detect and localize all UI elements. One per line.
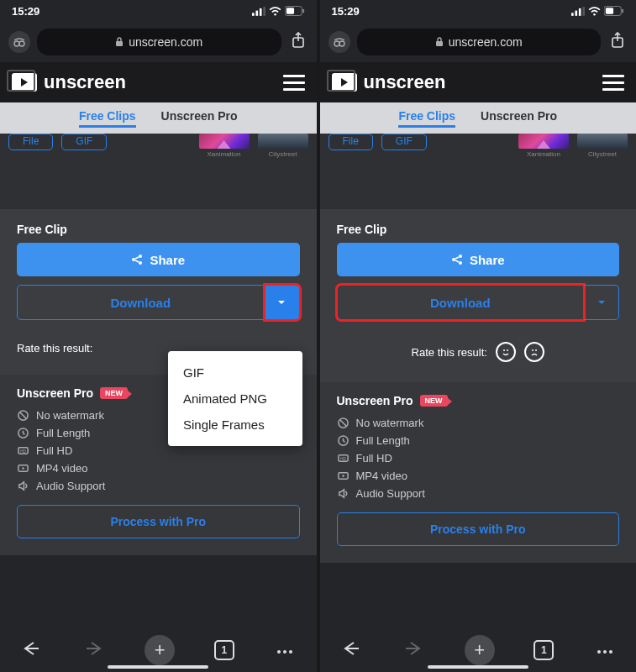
download-button[interactable]: Download — [17, 285, 265, 320]
back-icon[interactable] — [19, 641, 43, 659]
play-rect-icon — [17, 462, 29, 475]
phone-left: 15:29 unscreen.com unscreen Free Clips U… — [0, 0, 317, 672]
chip-file[interactable]: File — [8, 134, 53, 150]
svg-rect-29 — [606, 8, 613, 13]
chip-gif[interactable]: GIF — [61, 134, 107, 150]
back-icon[interactable] — [339, 641, 363, 659]
svg-text:HD: HD — [340, 457, 346, 461]
process-with-pro-button[interactable]: Process with Pro — [17, 505, 300, 538]
feature-full-hd: HDFull HD — [337, 449, 620, 467]
svg-point-20 — [277, 650, 281, 654]
more-icon[interactable] — [273, 643, 297, 658]
share-icon — [451, 254, 463, 265]
chip-row: File GIF Xanimation Citystreet — [0, 134, 317, 167]
pro-panel: Unscreen Pro NEW No watermark Full Lengt… — [320, 382, 637, 563]
tab-unscreen-pro[interactable]: Unscreen Pro — [161, 109, 238, 128]
download-caret-button[interactable] — [584, 285, 619, 320]
clock-icon — [337, 434, 350, 447]
svg-point-12 — [139, 255, 142, 258]
wifi-icon — [269, 7, 281, 16]
rate-sad-icon[interactable] — [524, 342, 544, 362]
svg-point-27 — [593, 13, 596, 15]
hd-icon: HD — [17, 444, 29, 457]
chip-row: File GIF Xanimation Citystreet — [320, 134, 637, 167]
svg-point-9 — [19, 41, 24, 46]
tabs-row: Free Clips Unscreen Pro — [320, 102, 637, 134]
share-button[interactable]: Share — [17, 243, 300, 276]
svg-point-35 — [459, 255, 462, 258]
process-with-pro-button[interactable]: Process with Pro — [337, 512, 620, 546]
feature-mp4: MP4 video — [17, 459, 300, 477]
thumb-citystreet[interactable]: Citystreet — [577, 134, 628, 158]
download-caret-button[interactable] — [265, 285, 300, 320]
share-button[interactable]: Share — [337, 243, 620, 276]
incognito-icon[interactable] — [329, 31, 350, 53]
new-badge: NEW — [420, 395, 448, 407]
share-system-icon[interactable] — [607, 32, 628, 52]
svg-point-22 — [289, 650, 292, 654]
tab-free-clips[interactable]: Free Clips — [398, 109, 455, 128]
tab-free-clips[interactable]: Free Clips — [79, 109, 136, 128]
cellular-icon — [571, 7, 585, 16]
logo-mark-icon — [332, 73, 357, 92]
logo[interactable]: unscreen — [332, 71, 446, 93]
dropdown-item-apng[interactable]: Animated PNG — [183, 386, 287, 412]
feature-audio: Audio Support — [337, 485, 620, 502]
status-time: 15:29 — [12, 5, 39, 18]
svg-rect-33 — [436, 41, 443, 46]
home-indicator[interactable] — [428, 665, 528, 669]
tab-switcher-button[interactable]: 1 — [214, 640, 234, 660]
tab-switcher-button[interactable]: 1 — [534, 640, 554, 660]
hamburger-menu-icon[interactable] — [602, 75, 624, 91]
share-system-icon[interactable] — [288, 32, 308, 52]
incognito-icon[interactable] — [8, 31, 30, 53]
phone-right: 15:29 unscreen.com unscreen Free Clips U… — [320, 0, 637, 672]
svg-point-21 — [283, 650, 286, 654]
forward-icon — [402, 641, 425, 659]
rate-label: Rate this result: — [17, 342, 92, 354]
free-clip-title: Free Clip — [17, 223, 300, 236]
svg-point-37 — [459, 261, 462, 265]
logo[interactable]: unscreen — [12, 71, 126, 93]
battery-icon — [285, 6, 305, 16]
url-field[interactable]: unscreen.com — [37, 29, 281, 55]
tab-unscreen-pro[interactable]: Unscreen Pro — [481, 109, 557, 128]
download-button-group: Download — [337, 285, 620, 320]
svg-rect-23 — [571, 13, 574, 16]
svg-rect-7 — [302, 9, 304, 13]
new-tab-button[interactable]: + — [145, 635, 175, 665]
svg-rect-3 — [263, 7, 265, 16]
thumb-citystreet[interactable]: Citystreet — [258, 134, 308, 158]
download-button[interactable]: Download — [337, 285, 585, 320]
new-tab-button[interactable]: + — [465, 635, 495, 665]
svg-point-8 — [14, 41, 19, 46]
svg-point-31 — [334, 41, 339, 46]
svg-rect-24 — [575, 10, 577, 15]
crossed-circle-icon — [337, 417, 350, 429]
chip-gif[interactable]: GIF — [381, 134, 427, 150]
hamburger-menu-icon[interactable] — [283, 75, 305, 91]
wifi-icon — [588, 7, 601, 16]
feature-mp4: MP4 video — [337, 467, 620, 485]
crossed-circle-icon — [17, 409, 29, 422]
url-field[interactable]: unscreen.com — [357, 29, 602, 55]
dropdown-item-frames[interactable]: Single Frames — [183, 412, 287, 438]
status-icons — [252, 6, 305, 16]
new-badge: NEW — [100, 387, 128, 399]
more-icon[interactable] — [593, 643, 617, 658]
svg-point-40 — [532, 349, 534, 351]
dropdown-item-gif[interactable]: GIF — [183, 360, 287, 386]
app-header: unscreen — [320, 62, 637, 102]
home-indicator[interactable] — [108, 665, 208, 669]
svg-rect-30 — [622, 9, 623, 13]
chip-file[interactable]: File — [329, 134, 373, 150]
thumb-xanimation[interactable]: Xanimation — [518, 134, 569, 158]
rate-happy-icon[interactable] — [496, 342, 516, 362]
share-button-label: Share — [150, 253, 185, 267]
thumb-xanimation[interactable]: Xanimation — [199, 134, 250, 158]
status-time: 15:29 — [332, 5, 360, 18]
status-bar: 15:29 — [0, 0, 317, 22]
share-button-label: Share — [470, 253, 505, 267]
svg-point-48 — [603, 650, 607, 654]
svg-point-4 — [274, 13, 276, 15]
